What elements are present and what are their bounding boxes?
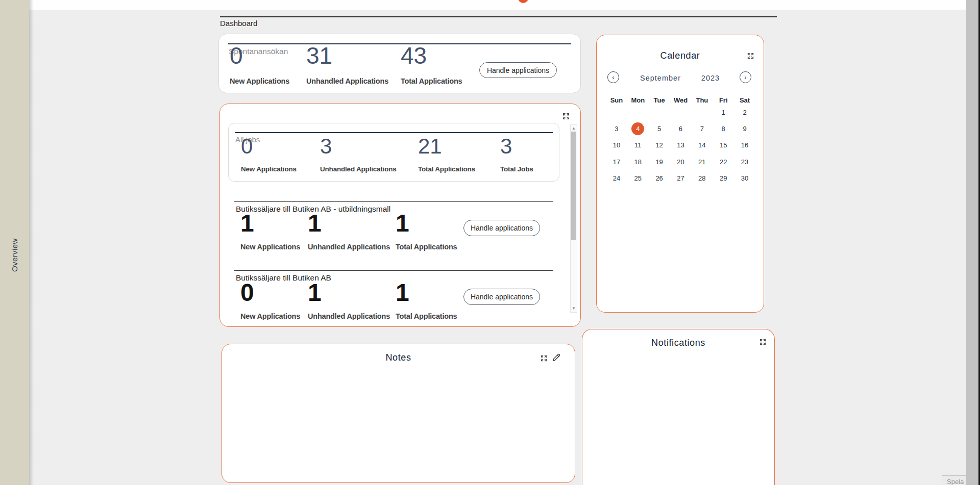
top-bar xyxy=(29,0,980,10)
calendar-day[interactable]: 27 xyxy=(670,170,692,187)
calendar-day[interactable]: 25 xyxy=(627,170,649,187)
expand-icon[interactable] xyxy=(747,52,754,60)
stat-value: 1 xyxy=(308,282,390,304)
stat-total-applications: 1 Total Applications xyxy=(396,212,457,251)
stat-label: New Applications xyxy=(230,77,289,85)
calendar-day[interactable]: 3 xyxy=(606,120,627,137)
dashboard-page: Overview Dashboard Spontanansökan 0 New … xyxy=(0,0,980,485)
stat-label: Unhandled Applications xyxy=(306,77,388,85)
calendar-card: Calendar ‹ › September 2023 Sun Mon Tue … xyxy=(596,35,764,313)
calendar-day[interactable]: 2 xyxy=(734,104,755,120)
page-scrollbar[interactable] xyxy=(966,0,978,485)
calendar-day xyxy=(649,104,670,120)
calendar-day-selected[interactable]: 4 xyxy=(627,120,649,137)
stat-label: Unhandled Applications xyxy=(320,165,397,173)
day-header: Tue xyxy=(649,96,670,104)
stat-value: 1 xyxy=(308,212,390,235)
expand-icon[interactable] xyxy=(759,338,767,346)
scroll-down-icon[interactable]: ▼ xyxy=(571,305,577,312)
job-divider xyxy=(234,270,553,271)
scroll-up-icon[interactable]: ▲ xyxy=(571,125,577,132)
stat-label: Total Applications xyxy=(396,243,457,251)
calendar-prev-month-button[interactable]: ‹ xyxy=(607,71,619,83)
calendar-day[interactable]: 28 xyxy=(691,170,713,187)
calendar-day[interactable]: 17 xyxy=(606,154,627,170)
stat-label: New Applications xyxy=(241,165,297,173)
notes-card: Notes xyxy=(222,344,575,483)
sidebar-shadow xyxy=(29,0,34,485)
stat-unhandled-applications: 1 Unhandled Applications xyxy=(308,212,390,251)
stat-label: Unhandled Applications xyxy=(308,312,390,320)
stat-new-applications: 0 New Applications xyxy=(240,282,300,320)
all-jobs-summary-card: All jobs 0 New Applications 3 Unhandled … xyxy=(228,123,559,182)
spontaneous-applications-card: Spontanansökan 0 New Applications 31 Unh… xyxy=(218,34,581,93)
day-header: Thu xyxy=(691,96,713,104)
calendar-day[interactable]: 29 xyxy=(713,170,734,187)
stat-total-jobs: 3 Total Jobs xyxy=(500,137,533,173)
card-topline xyxy=(228,43,571,44)
stat-new-applications: 1 New Applications xyxy=(240,212,300,251)
stat-value: 3 xyxy=(320,137,397,156)
stat-label: Total Applications xyxy=(418,165,475,173)
stat-label: Total Jobs xyxy=(500,165,533,173)
stat-total-applications: 43 Total Applications xyxy=(401,45,462,85)
stat-unhandled-applications: 3 Unhandled Applications xyxy=(320,137,397,173)
stat-value: 1 xyxy=(396,282,457,304)
expand-icon[interactable] xyxy=(562,112,570,120)
calendar-day[interactable]: 24 xyxy=(606,170,627,187)
calendar-day[interactable]: 19 xyxy=(649,154,670,170)
day-header: Fri xyxy=(713,96,734,104)
stat-value: 1 xyxy=(240,212,300,235)
notifications-card: Notifications xyxy=(582,329,775,485)
sidebar-item-overview[interactable]: Overview xyxy=(0,224,29,286)
stat-unhandled-applications: 1 Unhandled Applications xyxy=(308,282,390,320)
calendar-day[interactable]: 6 xyxy=(670,120,692,137)
calendar-day[interactable]: 7 xyxy=(691,120,713,137)
calendar-day[interactable]: 15 xyxy=(713,137,734,154)
calendar-day[interactable]: 16 xyxy=(734,137,755,154)
calendar-day xyxy=(627,104,649,120)
handle-applications-button[interactable]: Handle applications xyxy=(463,220,540,236)
calendar-month-label: September xyxy=(632,74,689,82)
calendar-day[interactable]: 30 xyxy=(734,170,755,187)
calendar-day xyxy=(691,104,713,120)
calendar-day[interactable]: 13 xyxy=(670,137,692,154)
calendar-day[interactable]: 12 xyxy=(649,137,670,154)
stat-total-applications: 1 Total Applications xyxy=(396,282,457,320)
handle-applications-button[interactable]: Handle applications xyxy=(463,289,540,305)
handle-applications-button[interactable]: Handle applications xyxy=(479,62,557,78)
expand-icon[interactable] xyxy=(540,354,548,362)
calendar-day[interactable]: 11 xyxy=(627,137,649,154)
page-title: Dashboard xyxy=(220,19,257,28)
chevron-left-icon: ‹ xyxy=(612,73,614,81)
jobs-overview-card: All jobs 0 New Applications 3 Unhandled … xyxy=(219,104,581,327)
stat-new-applications: 0 New Applications xyxy=(230,45,289,85)
calendar-day xyxy=(606,104,627,120)
brand-logo-dot-icon xyxy=(518,0,528,3)
calendar-day[interactable]: 8 xyxy=(713,120,734,137)
notes-title: Notes xyxy=(222,352,575,363)
stat-total-applications: 21 Total Applications xyxy=(418,137,475,173)
calendar-day[interactable]: 22 xyxy=(713,154,734,170)
calendar-next-month-button[interactable]: › xyxy=(740,71,751,83)
stat-value: 1 xyxy=(396,212,457,235)
jobs-card-scrollbar[interactable]: ▲ ▼ xyxy=(570,124,577,313)
calendar-title: Calendar xyxy=(597,50,764,61)
calendar-day[interactable]: 14 xyxy=(691,137,713,154)
day-header: Mon xyxy=(627,96,649,104)
pencil-icon[interactable] xyxy=(551,352,561,363)
calendar-day[interactable]: 9 xyxy=(734,120,755,137)
scrollbar-thumb[interactable] xyxy=(571,132,576,240)
calendar-day[interactable]: 26 xyxy=(649,170,670,187)
stat-value: 3 xyxy=(500,137,533,156)
calendar-day[interactable]: 1 xyxy=(713,104,734,120)
calendar-day[interactable]: 10 xyxy=(606,137,627,154)
calendar-day[interactable]: 21 xyxy=(691,154,713,170)
calendar-day[interactable]: 23 xyxy=(734,154,755,170)
stat-value: 21 xyxy=(418,137,475,156)
day-header: Wed xyxy=(670,96,692,104)
calendar-day[interactable]: 5 xyxy=(649,120,670,137)
stat-label: Unhandled Applications xyxy=(308,243,390,251)
calendar-day[interactable]: 20 xyxy=(670,154,692,170)
calendar-day[interactable]: 18 xyxy=(627,154,649,170)
